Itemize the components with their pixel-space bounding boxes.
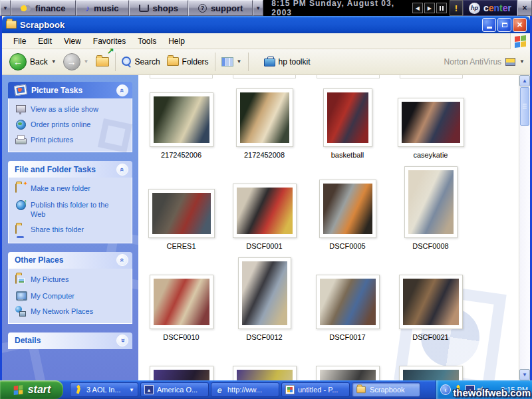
link-my-network-places[interactable]: My Network Places — [15, 306, 128, 317]
chevron-down-icon: ▼ — [84, 59, 89, 65]
photo-item[interactable]: DSCF0021 — [389, 261, 472, 352]
other-places-header[interactable]: Other Places « — [8, 252, 132, 269]
search-icon — [122, 57, 132, 66]
scroll-up-button[interactable]: ▲ — [519, 75, 530, 86]
back-button[interactable]: ← Back ▼ — [6, 51, 60, 73]
pause-button[interactable] — [436, 3, 447, 13]
photo-item[interactable]: 2172452008 — [223, 79, 306, 170]
vertical-scrollbar[interactable]: ▲ ▼ — [519, 75, 530, 380]
previous-button[interactable]: ◀ — [412, 3, 423, 13]
task-buttons: 3 AOL In... ▼ America O... e http://ww..… — [63, 382, 436, 397]
menu-tools[interactable]: Tools — [132, 34, 162, 49]
up-button[interactable]: ↗ — [92, 51, 112, 73]
details-header[interactable]: Details « — [8, 332, 132, 349]
title-bar[interactable]: Scrapbook ✕ — [2, 16, 530, 33]
photo-item[interactable]: DSCF0017 — [306, 261, 389, 352]
photo-item[interactable]: DSCF0012 — [223, 261, 306, 352]
menu-bar: File Edit View Favorites Tools Help — [2, 33, 530, 49]
hp-alert-button[interactable]: ! — [450, 0, 463, 16]
close-icon: × — [522, 3, 527, 13]
picture-tasks-header[interactable]: Picture Tasks « — [8, 82, 132, 98]
photo-item[interactable]: basketball — [306, 79, 389, 170]
scrolled-photo-sliver — [317, 75, 380, 78]
hp-dropdown-button[interactable]: ▼ — [0, 0, 11, 16]
hp-close-button[interactable]: × — [517, 0, 532, 16]
norton-antivirus-button[interactable]: Norton AntiVirus ▼ — [444, 57, 525, 66]
link-my-computer[interactable]: My Computer — [15, 291, 128, 301]
task-view-slideshow[interactable]: View as a slide show — [15, 104, 128, 114]
scrollbar-thumb[interactable] — [520, 87, 529, 126]
photo-item[interactable]: DSCF0001 — [223, 170, 306, 261]
taskbar-button-america-online[interactable]: America O... — [140, 382, 209, 397]
scrollbar-track[interactable] — [519, 126, 530, 369]
photo-item[interactable]: DSCF0005 — [306, 170, 389, 261]
expand-button[interactable]: « — [116, 334, 128, 346]
collapse-button[interactable]: « — [116, 254, 128, 266]
watermark-frame — [98, 118, 132, 153]
ie-icon: e — [215, 385, 224, 394]
menu-edit[interactable]: Edit — [32, 34, 58, 49]
back-label: Back — [30, 57, 48, 66]
taskbar-button-internet-explorer[interactable]: e http://ww... — [211, 382, 279, 397]
photo-thumbnail — [320, 279, 376, 325]
photo-item[interactable] — [306, 352, 389, 380]
photo-item[interactable] — [140, 352, 223, 380]
minimize-button[interactable] — [482, 18, 496, 32]
menu-help[interactable]: Help — [162, 34, 191, 49]
collapse-button[interactable]: « — [116, 164, 128, 176]
link-my-pictures[interactable]: My Pictures — [15, 274, 128, 286]
search-button[interactable]: Search — [118, 51, 164, 73]
file-folder-tasks-body: Make a new folder Publish this folder to… — [8, 178, 132, 243]
close-button[interactable]: ✕ — [513, 18, 527, 32]
hp-dropdown-button-2[interactable]: ▼ — [253, 0, 263, 16]
hide-icons-button[interactable]: ‹ — [440, 384, 451, 395]
photo-item[interactable]: CERES1 — [140, 170, 223, 261]
next-button[interactable]: ▶ — [424, 3, 435, 13]
collapse-button[interactable]: « — [116, 84, 128, 96]
chevron-up-icon: « — [118, 88, 126, 92]
scroll-down-button[interactable]: ▼ — [519, 369, 530, 380]
other-places-panel: Other Places « My Pictures My Computer — [8, 252, 132, 324]
restore-button[interactable] — [497, 18, 511, 32]
folder-contents: 2172452006 2172452008 basketball caseyka… — [138, 75, 519, 380]
photo-item[interactable] — [389, 352, 472, 380]
taskbar-button-scrapbook[interactable]: Scrapbook — [352, 382, 420, 397]
restore-icon — [502, 23, 507, 27]
photo-item[interactable] — [223, 352, 306, 380]
panel-title: Other Places — [15, 255, 116, 265]
photo-item[interactable]: 2172452006 — [140, 79, 223, 170]
up-folder-icon — [96, 57, 109, 66]
menu-file[interactable]: File — [7, 34, 32, 49]
folders-button[interactable]: Folders — [164, 51, 212, 73]
menu-view[interactable]: View — [58, 34, 87, 49]
cart-icon — [139, 5, 149, 12]
views-button[interactable]: ▼ — [218, 51, 245, 73]
task-share-folder[interactable]: Share this folder — [15, 224, 128, 236]
tab-support-label: support — [211, 3, 243, 13]
panel-title: Details — [15, 336, 116, 345]
tab-shops[interactable]: shops — [129, 0, 188, 16]
scrolled-photo-sliver — [233, 75, 296, 78]
photo-thumbnail — [237, 188, 293, 234]
photo-label: caseykatie — [414, 151, 448, 159]
photo-thumbnail — [327, 92, 368, 143]
tab-support[interactable]: ? support — [188, 0, 253, 16]
photo-item[interactable]: DSCF0008 — [389, 170, 472, 261]
task-publish-folder[interactable]: Publish this folder to the Web — [15, 200, 128, 219]
taskbar-button-paint[interactable]: untitled - P... — [281, 382, 350, 397]
close-icon: ✕ — [517, 21, 523, 29]
photo-item[interactable]: caseykatie — [389, 79, 472, 170]
tab-finance[interactable]: finance — [11, 0, 76, 16]
tab-music[interactable]: ♪ music — [76, 0, 129, 16]
views-icon — [221, 57, 233, 66]
photo-item[interactable]: DSCF0010 — [140, 261, 223, 352]
hp-toolkit-button[interactable]: hp toolkit — [261, 51, 314, 73]
start-button[interactable]: start — [0, 380, 63, 399]
forward-button[interactable]: → ▼ — [60, 51, 92, 73]
file-folder-tasks-header[interactable]: File and Folder Tasks « — [8, 161, 132, 178]
taskbar-button-aol-group[interactable]: 3 AOL In... ▼ — [70, 382, 138, 397]
publish-icon — [15, 200, 26, 210]
share-folder-icon — [15, 225, 26, 236]
photo-thumbnail — [154, 279, 209, 325]
task-new-folder[interactable]: Make a new folder — [15, 183, 128, 195]
